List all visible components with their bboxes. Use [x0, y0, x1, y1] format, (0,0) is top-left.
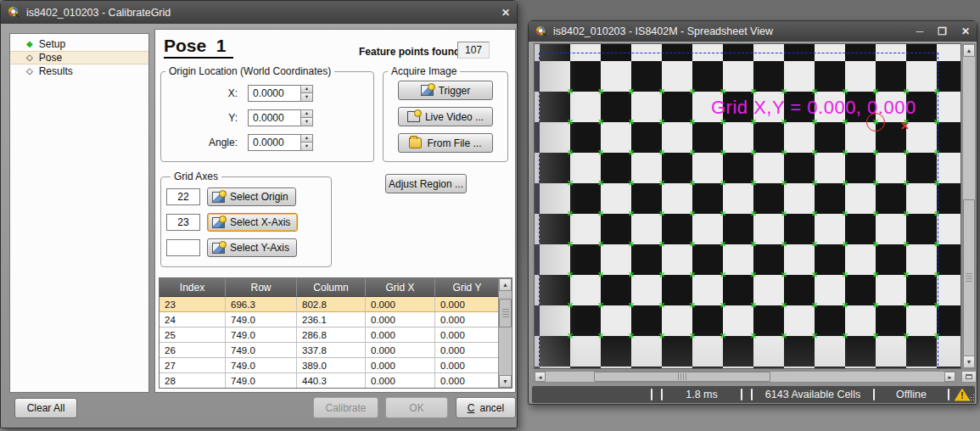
- column-header[interactable]: Row: [226, 278, 297, 297]
- feature-points-value: 107: [457, 42, 490, 59]
- grid-feature-mark-icon: ✕: [780, 240, 788, 249]
- grid-feature-mark-icon: ✕: [566, 148, 574, 157]
- grid-feature-mark-icon: ✕: [658, 87, 666, 96]
- coordinate-label: Angle:: [193, 137, 238, 148]
- table-row[interactable]: 28749.0440.30.0000.000: [160, 373, 512, 389]
- table-cell: 0.000: [435, 358, 500, 373]
- scroll-down-icon[interactable]: ▼: [499, 375, 512, 388]
- table-scrollbar-thumb[interactable]: [499, 299, 512, 327]
- column-header[interactable]: Grid X: [366, 278, 435, 297]
- sidebar-item-pose[interactable]: ◇Pose: [10, 51, 148, 64]
- grid-feature-mark-icon: ✕: [932, 179, 941, 188]
- live-video-icon: [407, 111, 420, 122]
- table-cell: 337.8: [297, 343, 366, 358]
- v-scrollbar-thumb[interactable]: [963, 199, 975, 356]
- grid-feature-mark-icon: ✕: [688, 332, 697, 340]
- grid-feature-mark-icon: ✕: [902, 240, 910, 249]
- grid-feature-mark-icon: ✕: [627, 332, 636, 340]
- window-title: is8402_010203 - IS8402M - Spreadsheet Vi…: [553, 25, 916, 37]
- table-row[interactable]: 27749.0389.00.0000.000: [160, 358, 512, 373]
- spin-up-icon[interactable]: ▲: [300, 109, 313, 118]
- spreadsheet-titlebar[interactable]: is8402_010203 - IS8402M - Spreadsheet Vi…: [529, 21, 977, 42]
- coordinate-input[interactable]: 0.0000: [248, 134, 300, 151]
- live-video-button[interactable]: Live Video ...: [398, 107, 493, 126]
- grid-feature-mark-icon: ✕: [841, 332, 849, 340]
- scroll-up-icon[interactable]: ▲: [963, 44, 975, 57]
- coordinate-input[interactable]: 0.0000: [248, 85, 300, 102]
- minimize-icon[interactable]: ─: [916, 26, 924, 36]
- select-origin-button[interactable]: Select Origin: [207, 188, 296, 206]
- grid-feature-mark-icon: ✕: [596, 271, 605, 279]
- close-icon[interactable]: ✕: [961, 26, 970, 36]
- table-scrollbar[interactable]: ▲ ▼: [498, 278, 512, 388]
- table-cell: 749.0: [226, 327, 297, 343]
- sidebar-item-setup[interactable]: ◆Setup: [10, 37, 148, 51]
- page-title: Pose 1: [164, 36, 233, 59]
- select-y-axis-button[interactable]: Select Y-Axis: [207, 238, 297, 257]
- acquire-image-legend: Acquire Image: [388, 65, 460, 77]
- grid-feature-mark-icon: ✕: [688, 271, 697, 279]
- table-row[interactable]: 26749.0337.80.0000.000: [160, 343, 512, 358]
- scroll-right-icon[interactable]: ►: [944, 372, 955, 382]
- grid-feature-mark-icon: ✕: [780, 210, 788, 218]
- feature-points-label: Feature points found:: [359, 46, 463, 58]
- grid-feature-mark-icon: ✕: [596, 179, 605, 188]
- grid-feature-mark-icon: ✕: [780, 148, 788, 157]
- calibration-image-viewport[interactable]: ✕✕✕✕✕✕✕✕✕✕✕✕✕✕✕✕✕✕✕✕✕✕✕✕✕✕✕✕✕✕✕✕✕✕✕✕✕✕✕✕…: [534, 43, 961, 369]
- clear-all-button[interactable]: Clear All: [14, 398, 77, 418]
- grid-feature-mark-icon: ✕: [719, 210, 727, 218]
- trigger-button[interactable]: Trigger: [398, 81, 493, 100]
- h-scrollbar-thumb[interactable]: [594, 372, 770, 382]
- grid-feature-mark-icon: ✕: [871, 240, 880, 249]
- grid-feature-mark-icon: ✕: [566, 87, 574, 96]
- dialog-titlebar[interactable]: is8402_010203 - CalibrateGrid ✕: [1, 1, 517, 24]
- sidebar-item-results[interactable]: ◇Results: [10, 64, 148, 78]
- select-x-axis-button[interactable]: Select X-Axis: [207, 213, 298, 232]
- grid-feature-mark-icon: ✕: [719, 301, 727, 310]
- spin-down-icon[interactable]: ▼: [300, 117, 313, 126]
- column-header[interactable]: Grid Y: [435, 278, 500, 297]
- x-axis-cell-input[interactable]: [166, 214, 200, 231]
- spin-down-icon[interactable]: ▼: [300, 92, 313, 102]
- grid-feature-mark-icon: ✕: [841, 240, 849, 249]
- grid-feature-mark-icon: ✕: [780, 271, 788, 279]
- close-icon[interactable]: ✕: [501, 8, 510, 18]
- pose-panel: Pose 1 Feature points found: 107 Origin …: [154, 29, 516, 393]
- scroll-up-icon[interactable]: ▲: [499, 278, 512, 291]
- pane-toggle-button[interactable]: [961, 371, 977, 383]
- column-header[interactable]: Index: [160, 278, 226, 297]
- grid-feature-mark-icon: ✕: [688, 240, 697, 249]
- scroll-left-icon[interactable]: ◄: [535, 372, 546, 382]
- step-complete-icon: ◆: [26, 40, 33, 48]
- from-file-button[interactable]: From File ...: [398, 133, 493, 153]
- grid-feature-mark-icon: ✕: [932, 301, 941, 310]
- pose-table: IndexRowColumnGrid XGrid Y23696.3802.80.…: [159, 277, 512, 389]
- step-pending-icon: ◇: [26, 67, 33, 76]
- cancel-button[interactable]: Cancel: [456, 397, 516, 418]
- grid-feature-mark-icon: ✕: [596, 87, 605, 96]
- maximize-icon[interactable]: ❒: [938, 26, 947, 36]
- table-row[interactable]: 25749.0286.80.0000.000: [160, 327, 512, 343]
- spin-up-icon[interactable]: ▲: [300, 134, 313, 143]
- origin-cell-input[interactable]: [166, 188, 200, 205]
- grid-feature-mark-icon: ✕: [566, 301, 574, 310]
- image-vertical-scrollbar[interactable]: ▲ ▼: [962, 43, 976, 369]
- spin-down-icon[interactable]: ▼: [300, 142, 313, 151]
- scroll-down-icon[interactable]: ▼: [963, 355, 975, 368]
- grid-feature-mark-icon: ✕: [902, 332, 910, 340]
- status-warning-segment[interactable]: !: [949, 386, 975, 403]
- image-horizontal-scrollbar[interactable]: ◄ ►: [534, 371, 956, 383]
- spin-up-icon[interactable]: ▲: [300, 85, 313, 93]
- adjust-region-button[interactable]: Adjust Region ...: [385, 174, 467, 193]
- table-cell: 0.000: [435, 312, 500, 327]
- table-row[interactable]: 23696.3802.80.0000.000: [160, 297, 512, 312]
- grid-feature-mark-icon: ✕: [688, 87, 697, 96]
- grid-feature-mark-icon: ✕: [688, 210, 697, 218]
- table-cell: 27: [160, 358, 226, 373]
- table-row[interactable]: 24749.0236.10.0000.000: [160, 312, 512, 327]
- grid-feature-mark-icon: ✕: [658, 118, 666, 126]
- warning-icon[interactable]: !: [955, 389, 971, 401]
- y-axis-cell-input[interactable]: [166, 239, 200, 256]
- coordinate-input[interactable]: 0.0000: [248, 109, 300, 126]
- column-header[interactable]: Column: [297, 278, 366, 297]
